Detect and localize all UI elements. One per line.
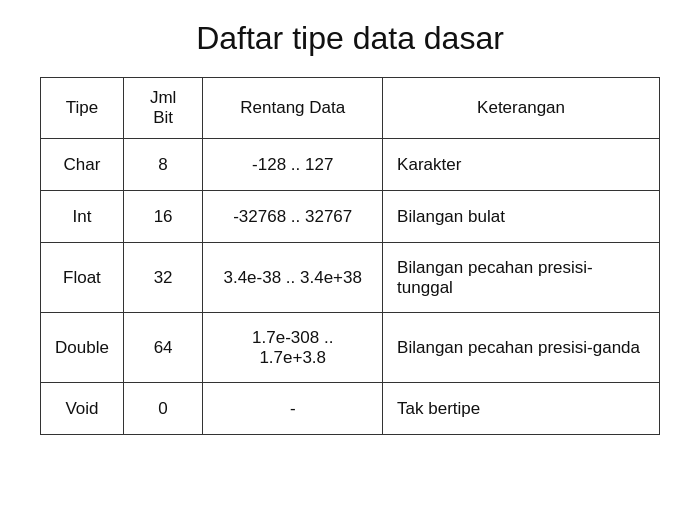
cell-tipe: Double xyxy=(41,313,124,383)
table-header-row: Tipe Jml Bit Rentang Data Keterangan xyxy=(41,78,660,139)
cell-jml-bit: 64 xyxy=(123,313,202,383)
data-table: Tipe Jml Bit Rentang Data Keterangan Cha… xyxy=(40,77,660,435)
cell-rentang-data: 3.4e-38 .. 3.4e+38 xyxy=(203,243,383,313)
cell-jml-bit: 0 xyxy=(123,383,202,435)
header-tipe: Tipe xyxy=(41,78,124,139)
cell-keterangan: Bilangan bulat xyxy=(383,191,660,243)
cell-jml-bit: 32 xyxy=(123,243,202,313)
table-row: Float323.4e-38 .. 3.4e+38Bilangan pecaha… xyxy=(41,243,660,313)
cell-tipe: Char xyxy=(41,139,124,191)
table-row: Char8-128 .. 127Karakter xyxy=(41,139,660,191)
header-jml-bit: Jml Bit xyxy=(123,78,202,139)
table-row: Double641.7e-308 .. 1.7e+3.8Bilangan pec… xyxy=(41,313,660,383)
cell-rentang-data: - xyxy=(203,383,383,435)
cell-keterangan: Bilangan pecahan presisi-ganda xyxy=(383,313,660,383)
cell-keterangan: Karakter xyxy=(383,139,660,191)
cell-jml-bit: 8 xyxy=(123,139,202,191)
cell-keterangan: Tak bertipe xyxy=(383,383,660,435)
cell-tipe: Void xyxy=(41,383,124,435)
cell-tipe: Float xyxy=(41,243,124,313)
header-keterangan: Keterangan xyxy=(383,78,660,139)
cell-jml-bit: 16 xyxy=(123,191,202,243)
header-rentang-data: Rentang Data xyxy=(203,78,383,139)
table-row: Int16-32768 .. 32767Bilangan bulat xyxy=(41,191,660,243)
cell-rentang-data: 1.7e-308 .. 1.7e+3.8 xyxy=(203,313,383,383)
page-title: Daftar tipe data dasar xyxy=(196,20,504,57)
cell-rentang-data: -32768 .. 32767 xyxy=(203,191,383,243)
cell-keterangan: Bilangan pecahan presisi-tunggal xyxy=(383,243,660,313)
cell-rentang-data: -128 .. 127 xyxy=(203,139,383,191)
table-row: Void0-Tak bertipe xyxy=(41,383,660,435)
cell-tipe: Int xyxy=(41,191,124,243)
